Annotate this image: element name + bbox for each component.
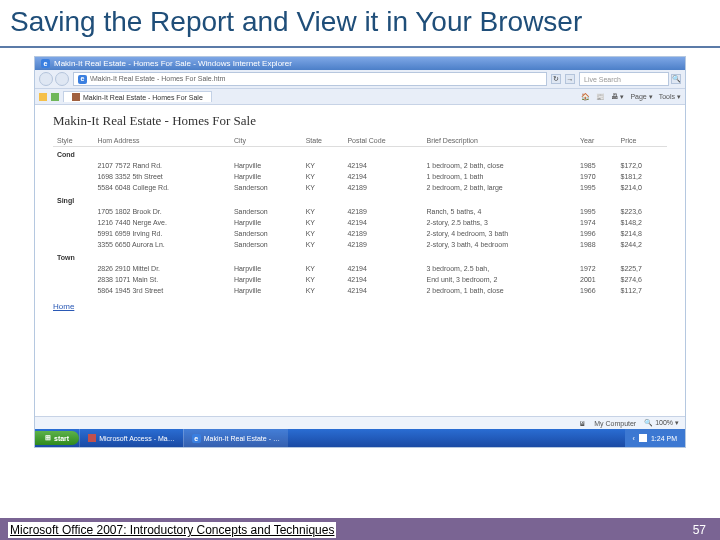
ie-task-icon: e	[192, 434, 201, 443]
start-button[interactable]: ⊞ start	[35, 431, 79, 445]
back-button[interactable]	[39, 72, 53, 86]
page-content: Makin-It Real Estate - Homes For Sale St…	[35, 105, 685, 416]
tab-toolbar: Makin-It Real Estate - Homes For Sale 🏠 …	[35, 89, 685, 105]
col-state: State	[302, 135, 344, 147]
col-city: City	[230, 135, 302, 147]
print-button[interactable]: 🖶 ▾	[611, 93, 624, 101]
group-row: Singl	[53, 193, 667, 206]
col-desc: Brief Description	[422, 135, 576, 147]
search-input[interactable]: Live Search	[579, 72, 669, 86]
table-row: 2826 2910 Mittel Dr.HarpvilleKY421943 be…	[53, 263, 667, 274]
col-address: Hom Address	[93, 135, 230, 147]
add-favorite-icon[interactable]	[51, 93, 59, 101]
windows-icon: ⊞	[45, 434, 51, 442]
refresh-button[interactable]: ↻	[551, 74, 561, 84]
system-tray[interactable]: ‹ 1:24 PM	[625, 429, 685, 447]
col-style: Style	[53, 135, 93, 147]
page-menu[interactable]: Page ▾	[630, 93, 652, 101]
windows-taskbar: ⊞ start Microsoft Access - Ma… e Makin-I…	[35, 429, 685, 447]
page-heading: Makin-It Real Estate - Homes For Sale	[53, 113, 667, 129]
ie-icon: e	[41, 59, 50, 68]
slide-page-number: 57	[693, 523, 706, 537]
computer-icon: 🖥	[579, 420, 586, 427]
clock: 1:24 PM	[651, 435, 677, 442]
table-row: 5864 1945 3rd StreetHarpvilleKY421942 be…	[53, 285, 667, 296]
start-label: start	[54, 435, 69, 442]
group-row: Cond	[53, 147, 667, 161]
navigation-toolbar: e \Makin-It Real Estate - Homes For Sale…	[35, 70, 685, 89]
col-postal: Postal Code	[343, 135, 422, 147]
search-button[interactable]: 🔍	[671, 74, 681, 84]
browser-tab[interactable]: Makin-It Real Estate - Homes For Sale	[63, 91, 212, 102]
slide-title: Saving the Report and View it in Your Br…	[0, 0, 720, 42]
taskbar-item-access[interactable]: Microsoft Access - Ma…	[79, 429, 182, 447]
taskbar-item-ie[interactable]: e Makin-It Real Estate - …	[183, 429, 288, 447]
favorites-icon[interactable]	[39, 93, 47, 101]
address-text: \Makin-It Real Estate - Homes For Sale.h…	[90, 72, 225, 86]
table-row: 5584 6048 College Rd.SandersonKY421892 b…	[53, 182, 667, 193]
address-bar[interactable]: e \Makin-It Real Estate - Homes For Sale…	[73, 72, 547, 86]
table-row: 1705 1802 Brook Dr.SandersonKY42189Ranch…	[53, 206, 667, 217]
table-header-row: Style Hom Address City State Postal Code…	[53, 135, 667, 147]
tray-icon	[639, 434, 647, 442]
tools-menu[interactable]: Tools ▾	[659, 93, 681, 101]
col-year: Year	[576, 135, 616, 147]
table-row: 1698 3352 5th StreetHarpvilleKY421941 be…	[53, 171, 667, 182]
listings-table: Style Hom Address City State Postal Code…	[53, 135, 667, 296]
table-row: 1216 7440 Nerge Ave.HarpvilleKY421942-st…	[53, 217, 667, 228]
feeds-button[interactable]: 📰	[596, 93, 605, 101]
table-row: 3355 6650 Aurora Ln.SandersonKY421892-st…	[53, 239, 667, 250]
tab-favicon-icon	[72, 93, 80, 101]
zoom-control[interactable]: 🔍 100% ▾	[644, 419, 679, 427]
ie-favicon-icon: e	[78, 75, 87, 84]
tray-expand-icon[interactable]: ‹	[633, 435, 635, 442]
go-button[interactable]: →	[565, 74, 575, 84]
slide-footer-text: Microsoft Office 2007: Introductory Conc…	[8, 522, 336, 538]
forward-button[interactable]	[55, 72, 69, 86]
window-title-text: Makin-It Real Estate - Homes For Sale - …	[54, 59, 292, 68]
status-zone: My Computer	[594, 420, 636, 427]
home-button[interactable]: 🏠	[581, 93, 590, 101]
browser-statusbar: 🖥 My Computer 🔍 100% ▾	[35, 416, 685, 429]
tab-label: Makin-It Real Estate - Homes For Sale	[83, 94, 203, 101]
window-titlebar: e Makin-It Real Estate - Homes For Sale …	[35, 57, 685, 70]
title-underline	[0, 46, 720, 48]
home-link[interactable]: Home	[53, 302, 74, 311]
col-price: Price	[617, 135, 668, 147]
access-icon	[88, 434, 96, 442]
table-row: 5991 6959 Irving Rd.SandersonKY421892-st…	[53, 228, 667, 239]
table-row: 2838 1071 Main St.HarpvilleKY42194End un…	[53, 274, 667, 285]
browser-window: e Makin-It Real Estate - Homes For Sale …	[34, 56, 686, 448]
group-row: Town	[53, 250, 667, 263]
table-row: 2107 7572 Rand Rd.HarpvilleKY421941 bedr…	[53, 160, 667, 171]
